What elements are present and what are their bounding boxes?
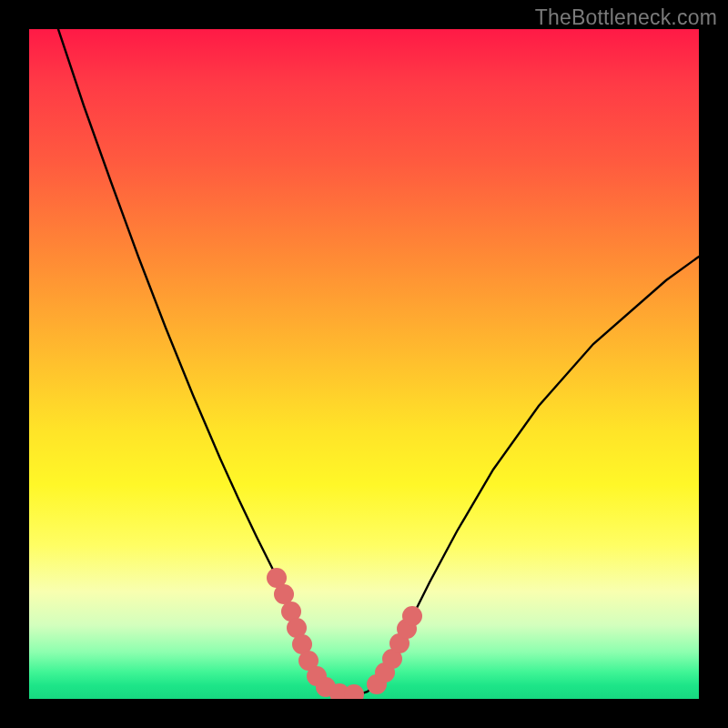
highlight-dot <box>274 584 294 604</box>
highlight-dot <box>402 606 422 626</box>
plot-area <box>29 29 699 699</box>
watermark-text: TheBottleneck.com <box>535 5 717 30</box>
chart-frame: TheBottleneck.com <box>0 0 728 728</box>
highlight-dot <box>344 684 364 699</box>
marker-group <box>267 568 422 699</box>
chart-svg <box>29 29 699 699</box>
curve-line <box>58 29 699 695</box>
